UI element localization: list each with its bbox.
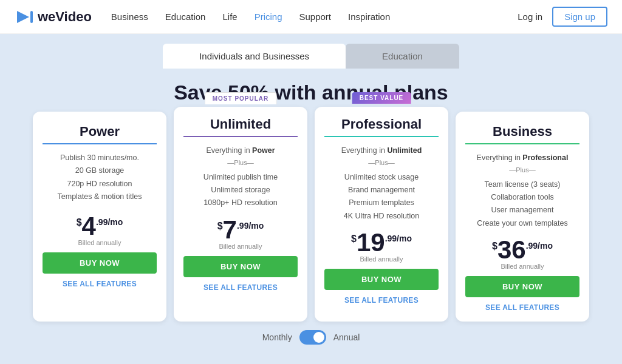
plan-unlimited-billed: Billed annually — [219, 243, 262, 250]
plan-professional-dollar: $ — [351, 234, 357, 244]
plan-professional-main: 19 — [357, 230, 385, 255]
plan-power-billed: Billed annually — [78, 239, 121, 246]
plan-unlimited-buy[interactable]: BUY NOW — [183, 256, 298, 277]
svg-marker-0 — [17, 11, 29, 23]
plan-unlimited-features: Everything in Power —Plus— Unlimited pub… — [203, 144, 278, 210]
plan-unlimited-badge: MOST POPULAR — [205, 92, 277, 104]
plan-unlimited-price: $ 7 .99/mo — [217, 217, 264, 243]
tab-education[interactable]: Education — [346, 44, 459, 69]
monthly-label: Monthly — [262, 332, 292, 342]
nav-life[interactable]: Life — [222, 12, 237, 22]
plan-professional-cents: .99/mo — [385, 234, 412, 243]
nav-pricing[interactable]: Pricing — [255, 12, 282, 22]
nav-links: Business Education Life Pricing Support … — [111, 12, 518, 22]
plan-professional-see-all[interactable]: SEE ALL FEATURES — [344, 296, 419, 305]
plan-business-billed: Billed annually — [501, 263, 544, 270]
plan-professional-features: Everything in Unlimited —Plus— Unlimited… — [341, 144, 422, 223]
plan-business-divider — [465, 143, 579, 144]
plan-business-features: Everything in Professional —Plus— Team l… — [477, 152, 569, 230]
plan-business-price: $ 36 .99/mo — [492, 237, 553, 263]
tab-bar: Individuals and Businesses Education — [0, 34, 622, 69]
plan-unlimited-see-all[interactable]: SEE ALL FEATURES — [203, 283, 278, 292]
plan-power-title: Power — [80, 124, 120, 140]
plan-business-see-all[interactable]: SEE ALL FEATURES — [485, 303, 559, 312]
plan-power-dollar: $ — [77, 217, 82, 228]
plan-unlimited-cents: .99/mo — [237, 221, 264, 231]
plan-professional: BEST VALUE Professional Everything in Un… — [315, 107, 448, 322]
plan-business-dollar: $ — [492, 241, 497, 252]
plan-power: Power Publish 30 minutes/mo. 20 GB stora… — [33, 112, 166, 322]
plan-professional-buy[interactable]: BUY NOW — [324, 269, 439, 290]
plan-unlimited: MOST POPULAR Unlimited Everything in Pow… — [174, 107, 307, 322]
plan-unlimited-dollar: $ — [217, 221, 223, 232]
plan-power-cents: .99/mo — [96, 217, 123, 227]
plan-power-price: $ 4 .99/mo — [77, 214, 123, 239]
plan-business-title: Business — [493, 124, 552, 140]
plan-power-main: 4 — [82, 214, 96, 239]
logo: weVideo — [15, 7, 92, 27]
svg-rect-1 — [30, 11, 33, 23]
login-button[interactable]: Log in — [518, 12, 542, 22]
plan-unlimited-title: Unlimited — [210, 116, 271, 132]
nav-actions: Log in Sign up — [518, 7, 607, 27]
plan-power-divider — [43, 143, 157, 144]
annual-label: Annual — [333, 332, 360, 342]
logo-icon — [15, 7, 34, 27]
tab-individuals[interactable]: Individuals and Businesses — [163, 44, 346, 69]
billing-toggle-area: Monthly Annual — [0, 322, 622, 353]
hero-title: Save 50% with annual plans — [0, 81, 622, 104]
plan-unlimited-divider — [183, 136, 298, 137]
pricing-cards: Power Publish 30 minutes/mo. 20 GB stora… — [0, 112, 622, 322]
billing-toggle[interactable] — [299, 330, 326, 345]
plan-power-buy[interactable]: BUY NOW — [43, 252, 157, 274]
signup-button[interactable]: Sign up — [552, 7, 607, 27]
plan-professional-divider — [324, 136, 439, 137]
plan-professional-title: Professional — [341, 116, 422, 132]
plan-business-main: 36 — [497, 237, 526, 263]
plan-professional-price: $ 19 .99/mo — [351, 230, 412, 255]
plan-business: Business Everything in Professional —Plu… — [456, 112, 589, 322]
plan-professional-badge: BEST VALUE — [352, 92, 411, 104]
plan-power-see-all[interactable]: SEE ALL FEATURES — [63, 280, 137, 288]
plan-unlimited-main: 7 — [223, 217, 237, 243]
nav-inspiration[interactable]: Inspiration — [348, 12, 390, 22]
plan-business-buy[interactable]: BUY NOW — [465, 276, 579, 297]
hero-section: Save 50% with annual plans — [0, 69, 622, 112]
nav-education[interactable]: Education — [165, 12, 206, 22]
navbar: weVideo Business Education Life Pricing … — [0, 0, 622, 34]
logo-text: weVideo — [38, 9, 92, 25]
plan-power-features: Publish 30 minutes/mo. 20 GB storage 720… — [58, 152, 142, 206]
plan-professional-billed: Billed annually — [360, 255, 403, 263]
nav-support[interactable]: Support — [299, 12, 332, 22]
plan-business-cents: .99/mo — [526, 241, 553, 251]
nav-business[interactable]: Business — [111, 12, 148, 22]
